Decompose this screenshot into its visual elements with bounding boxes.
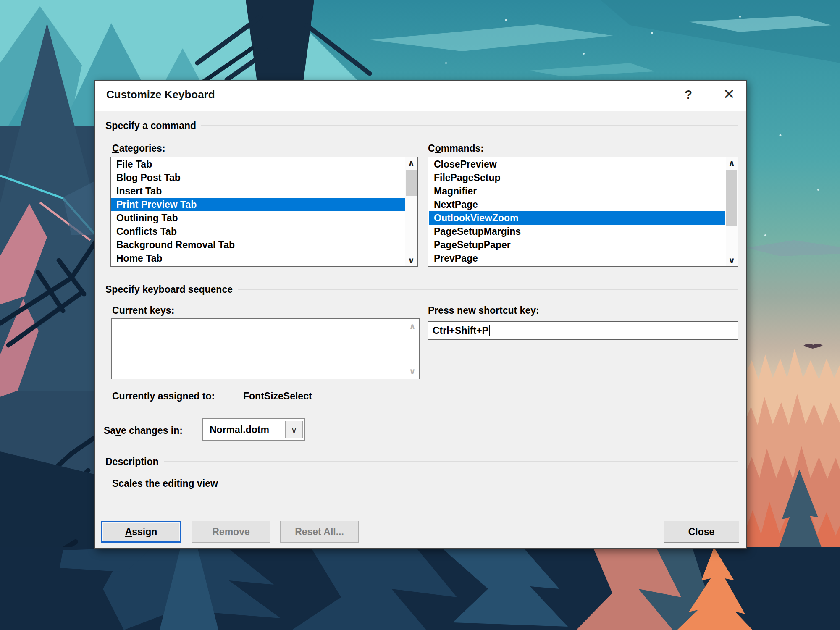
list-item[interactable]: OutlookViewZoom — [429, 211, 725, 225]
help-icon[interactable]: ? — [685, 87, 692, 102]
scrollbar-thumb[interactable] — [406, 170, 417, 196]
scroll-up-arrow-icon[interactable]: ∧ — [405, 158, 417, 168]
scroll-down-arrow-icon[interactable]: ∨ — [405, 255, 417, 266]
commands-label: Commands: — [428, 143, 484, 154]
description-group-header: Description — [105, 456, 738, 467]
remove-button[interactable]: Remove — [192, 521, 270, 543]
save-changes-in-label: Save changes in: — [104, 425, 183, 436]
scroll-up-arrow-icon[interactable]: ∧ — [409, 321, 416, 331]
categories-list-items: File TabBlog Post TabInsert TabPrint Pre… — [111, 158, 405, 266]
reset-all-button[interactable]: Reset All... — [280, 521, 359, 543]
scroll-down-arrow-icon[interactable]: ∨ — [726, 255, 738, 266]
dialog-title: Customize Keyboard — [106, 88, 215, 101]
scroll-down-arrow-icon[interactable]: ∨ — [409, 366, 416, 376]
current-keys-label: Current keys: — [112, 305, 174, 316]
group-divider — [238, 289, 738, 290]
list-item[interactable]: NextPage — [429, 198, 725, 211]
commands-list-items: ClosePreviewFilePageSetupMagnifierNextPa… — [429, 158, 725, 266]
list-item[interactable]: Insert Tab — [111, 184, 405, 198]
list-item[interactable]: Home Tab — [111, 252, 405, 265]
specify-sequence-label: Specify keyboard sequence — [105, 284, 233, 295]
categories-label: Categories: — [112, 143, 165, 154]
save-changes-selected-value: Normal.dotm — [210, 419, 269, 440]
chevron-down-icon[interactable]: ∨ — [285, 421, 303, 438]
specify-command-label: Specify a command — [105, 120, 196, 131]
assign-button[interactable]: Assign — [101, 521, 181, 543]
list-item[interactable]: Outlining Tab — [111, 211, 405, 225]
scroll-up-arrow-icon[interactable]: ∧ — [726, 158, 738, 168]
current-keys-listbox[interactable]: ∧ ∨ — [111, 318, 420, 379]
commands-scrollbar[interactable]: ∧ ∨ — [726, 158, 738, 266]
categories-scrollbar[interactable]: ∧ ∨ — [405, 158, 417, 266]
customize-keyboard-dialog: Customize Keyboard ? ✕ Specify a command… — [94, 80, 747, 549]
new-shortcut-value: Ctrl+Shift+P — [433, 325, 488, 336]
list-item[interactable]: PrevPage — [429, 252, 725, 265]
specify-command-group-header: Specify a command — [105, 120, 738, 131]
close-button[interactable]: Close — [664, 521, 739, 543]
press-new-shortcut-label: Press new shortcut key: — [428, 305, 539, 316]
list-item[interactable]: PageSetupPaper — [429, 238, 725, 252]
scrollbar-thumb[interactable] — [726, 170, 737, 226]
categories-listbox[interactable]: File TabBlog Post TabInsert TabPrint Pre… — [110, 157, 418, 267]
new-shortcut-input[interactable]: Ctrl+Shift+P — [428, 321, 738, 340]
list-item[interactable]: File Tab — [111, 158, 405, 171]
description-label: Description — [105, 456, 159, 467]
currently-assigned-label: Currently assigned to: — [112, 391, 215, 402]
list-item[interactable]: Magnifier — [429, 184, 725, 198]
save-changes-dropdown[interactable]: Normal.dotm ∨ — [202, 418, 305, 441]
group-divider — [201, 125, 738, 126]
commands-listbox[interactable]: ClosePreviewFilePageSetupMagnifierNextPa… — [428, 157, 738, 267]
list-item[interactable]: PageSetupMargins — [429, 225, 725, 238]
list-item[interactable]: Background Removal Tab — [111, 238, 405, 252]
list-item[interactable]: ClosePreview — [429, 158, 725, 171]
text-caret — [489, 325, 490, 336]
dialog-titlebar: Customize Keyboard ? ✕ — [95, 81, 746, 111]
list-item[interactable]: Conflicts Tab — [111, 225, 405, 238]
close-icon[interactable]: ✕ — [723, 86, 735, 102]
specify-sequence-group-header: Specify keyboard sequence — [105, 284, 738, 295]
currently-assigned-value: FontSizeSelect — [243, 391, 312, 402]
list-item[interactable]: Blog Post Tab — [111, 171, 405, 184]
list-item[interactable]: FilePageSetup — [429, 171, 725, 184]
list-item[interactable]: Print Preview Tab — [111, 198, 405, 211]
description-text: Scales the editing view — [112, 478, 218, 489]
group-divider — [164, 461, 738, 462]
